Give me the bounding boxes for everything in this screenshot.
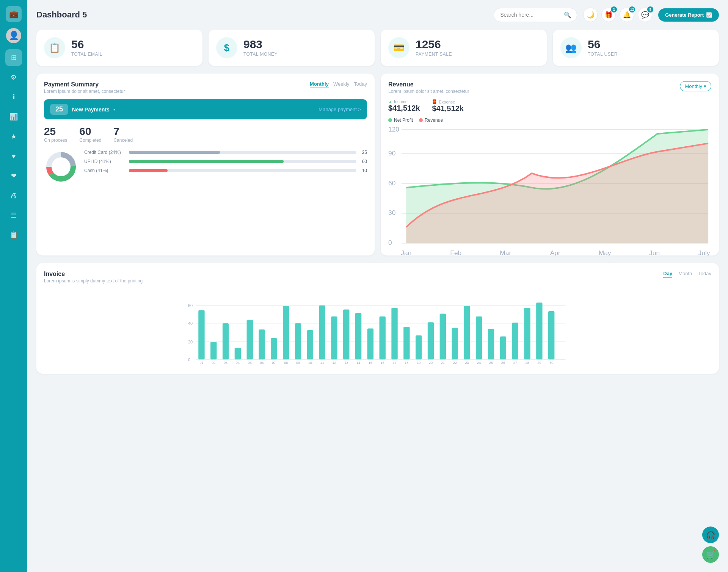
svg-text:30: 30 <box>549 361 553 365</box>
headset-float-button[interactable]: 🎧 <box>702 527 719 543</box>
invoice-tab-month[interactable]: Month <box>678 271 692 278</box>
on-process-number: 25 <box>44 125 67 138</box>
svg-text:26: 26 <box>501 361 505 365</box>
invoice-tab-today[interactable]: Today <box>698 271 711 278</box>
invoice-tabs: Day Month Today <box>663 271 711 278</box>
svg-text:11: 11 <box>320 361 324 365</box>
sidebar-item-info[interactable]: ℹ <box>5 89 22 105</box>
new-payments-label: New Payments <box>72 107 110 113</box>
revenue-legend: Net Profit Revenue <box>388 118 711 123</box>
svg-text:01: 01 <box>199 361 203 365</box>
payment-number: 1256 <box>416 39 452 50</box>
stat-completed: 60 Completed <box>79 125 101 143</box>
invoice-card: Invoice Lorem ipsum is simply dummy text… <box>36 263 719 374</box>
search-box[interactable]: 🔍 <box>494 8 577 22</box>
notifications-badge: 12 <box>629 6 635 13</box>
svg-rect-57 <box>536 302 542 359</box>
revenue-title: Revenue <box>388 81 469 88</box>
credit-card-track <box>129 151 356 154</box>
svg-rect-34 <box>259 329 265 359</box>
invoice-header: Invoice Lorem ipsum is simply dummy text… <box>44 271 711 284</box>
svg-rect-46 <box>403 327 410 359</box>
sidebar-item-settings[interactable]: ⚙ <box>5 69 22 86</box>
cart-float-button[interactable]: 🛒 <box>702 546 719 563</box>
svg-text:28: 28 <box>525 361 529 365</box>
income-label: ▲ Income <box>388 99 420 104</box>
sidebar-item-heart[interactable]: ♥ <box>5 148 22 165</box>
gift-button[interactable]: 🎁 2 <box>601 8 616 22</box>
money-number: 983 <box>243 39 278 50</box>
svg-rect-37 <box>295 323 301 359</box>
sidebar-logo[interactable]: 💼 <box>6 6 22 22</box>
payment-icon: 💳 <box>388 37 410 58</box>
svg-rect-53 <box>488 329 494 359</box>
legend-revenue: Revenue <box>419 118 443 123</box>
header-icons: 🌙 🎁 2 🔔 12 💬 5 <box>583 8 652 22</box>
svg-rect-40 <box>331 316 337 359</box>
page-title: Dashboard 5 <box>36 10 488 20</box>
svg-text:08: 08 <box>284 361 288 365</box>
sidebar-item-heart2[interactable]: ❤ <box>5 168 22 184</box>
tab-monthly[interactable]: Monthly <box>310 81 329 88</box>
search-input[interactable] <box>500 12 561 18</box>
user-label: TOTAL USER <box>588 52 618 57</box>
generate-report-button[interactable]: Generate Report 📈 <box>658 8 719 22</box>
new-payments-dot: ● <box>113 107 116 111</box>
user-number: 56 <box>588 39 618 50</box>
svg-rect-43 <box>367 328 373 359</box>
canceled-number: 7 <box>113 125 133 138</box>
chevron-down-icon: ▾ <box>704 83 706 89</box>
floating-buttons: 🎧 🛒 <box>702 527 719 563</box>
sidebar-avatar[interactable]: 👤 <box>6 28 21 43</box>
notifications-button[interactable]: 🔔 12 <box>620 8 634 22</box>
svg-rect-51 <box>464 306 470 359</box>
svg-rect-32 <box>235 348 241 359</box>
credit-card-label: Credit Card (24%) <box>84 150 126 155</box>
svg-text:03: 03 <box>224 361 228 365</box>
bar-cash: Cash (41%) 10 <box>84 168 367 173</box>
svg-rect-58 <box>548 311 554 359</box>
payment-summary-titles: Payment Summary Lorem ipsum dolor sit am… <box>44 81 125 94</box>
svg-rect-42 <box>355 313 361 359</box>
svg-text:17: 17 <box>392 361 396 365</box>
svg-text:15: 15 <box>369 361 372 365</box>
svg-text:06: 06 <box>260 361 264 365</box>
svg-text:0: 0 <box>388 239 392 246</box>
svg-text:120: 120 <box>388 125 399 133</box>
sidebar-item-star[interactable]: ★ <box>5 128 22 145</box>
invoice-tab-day[interactable]: Day <box>663 271 672 278</box>
tab-weekly[interactable]: Weekly <box>333 81 349 88</box>
svg-text:25: 25 <box>489 361 493 365</box>
payment-summary-card: Payment Summary Lorem ipsum dolor sit am… <box>36 74 375 255</box>
invoice-title: Invoice <box>44 271 143 277</box>
svg-rect-31 <box>223 323 229 359</box>
search-icon[interactable]: 🔍 <box>564 11 571 19</box>
money-label: TOTAL MONEY <box>243 52 278 57</box>
revenue-subtitle: Lorem ipsum dolor sit amet, consectetur <box>388 89 469 94</box>
svg-text:60: 60 <box>388 179 395 187</box>
sidebar-item-list[interactable]: ☰ <box>5 207 22 224</box>
sidebar-item-print[interactable]: 🖨 <box>5 187 22 204</box>
svg-text:18: 18 <box>405 361 408 365</box>
revenue-monthly-dropdown[interactable]: Monthly ▾ <box>680 81 711 91</box>
messages-button[interactable]: 💬 5 <box>638 8 652 22</box>
payment-bars: Credit Card (24%) 25 UPI ID (41%) 60 <box>84 150 367 184</box>
manage-payment-link[interactable]: Manage payment > <box>318 107 361 112</box>
credit-card-value: 25 <box>359 150 367 155</box>
sidebar-item-dashboard[interactable]: ⊞ <box>5 49 22 66</box>
email-number: 56 <box>71 39 102 50</box>
svg-rect-38 <box>307 330 313 359</box>
income-value: $41,512k <box>388 104 420 113</box>
svg-rect-49 <box>440 313 446 359</box>
new-payments-count: 25 <box>50 104 68 115</box>
theme-toggle-button[interactable]: 🌙 <box>583 8 598 22</box>
svg-text:July: July <box>698 249 710 257</box>
svg-text:24: 24 <box>477 361 481 365</box>
svg-text:May: May <box>599 249 611 257</box>
sidebar-item-docs[interactable]: 📋 <box>5 227 22 243</box>
sidebar-item-analytics[interactable]: 📊 <box>5 108 22 125</box>
upi-value: 60 <box>359 159 367 164</box>
svg-rect-55 <box>512 323 518 359</box>
tab-today[interactable]: Today <box>354 81 367 88</box>
payment-summary-subtitle: Lorem ipsum dolor sit amet, consectetur <box>44 89 125 94</box>
